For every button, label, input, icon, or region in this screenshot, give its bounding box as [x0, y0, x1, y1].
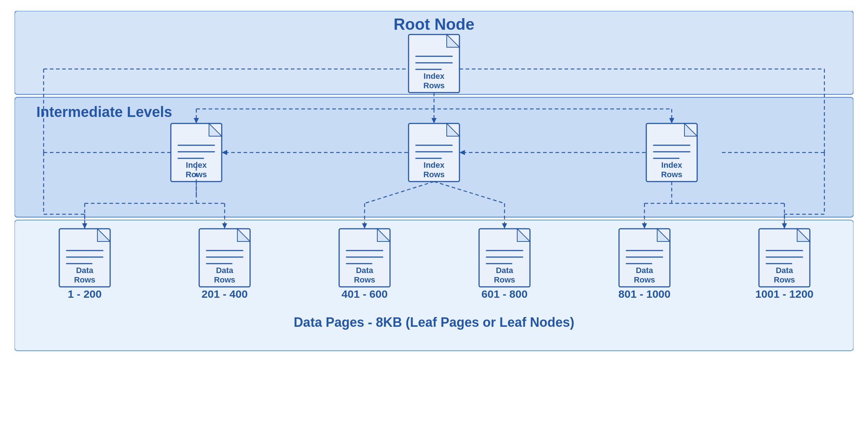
inter-doc-right [646, 123, 697, 182]
leaf-range-1: 1 - 200 [68, 288, 101, 300]
leaf-doc-2 [199, 229, 250, 287]
inter-doc-mid [409, 123, 459, 182]
leaf-doc-4 [479, 229, 530, 287]
leaf-range-3: 401 - 600 [342, 288, 388, 300]
leaf-range-4: 601 - 800 [482, 288, 528, 300]
intermediate-title: Intermediate Levels [36, 104, 172, 120]
leaf-doc-3 [339, 229, 390, 287]
svg-rect-2 [15, 220, 853, 351]
leaf-doc-5 [619, 229, 670, 287]
diagram-svg: Root Node Intermediate Levels Index Rows [15, 11, 853, 407]
leaf-doc-6 [759, 229, 810, 287]
leaf-range-2: 201 - 400 [202, 288, 248, 300]
leaf-range-5: 801 - 1000 [618, 288, 670, 300]
footer-label: Data Pages - 8KB (Leaf Pages or Leaf Nod… [294, 315, 574, 330]
leaf-doc-1 [59, 229, 110, 287]
leaf-range-6: 1001 - 1200 [755, 288, 813, 300]
root-title: Root Node [394, 15, 474, 33]
root-doc [409, 34, 459, 93]
main-container: Root Node Intermediate Levels Index Rows [0, 0, 868, 431]
inter-doc-left [171, 123, 222, 182]
